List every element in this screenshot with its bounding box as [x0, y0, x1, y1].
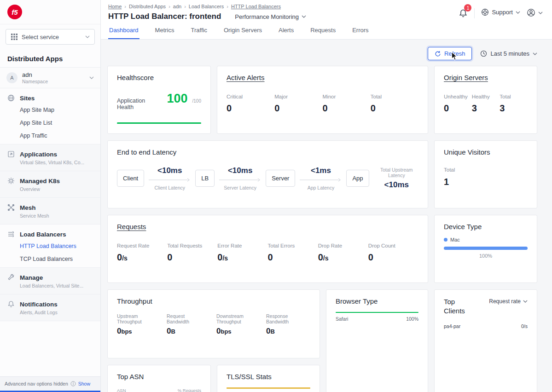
metric-upstream-throughput: Upstream Throughput 0bps [117, 313, 161, 336]
requests-title[interactable]: Requests [117, 223, 146, 231]
service-select[interactable]: Select service [6, 29, 95, 45]
monitoring-mode-select[interactable]: Performance Monitoring [235, 13, 306, 20]
metric-error-rate: Error Rate 0/s [217, 243, 267, 263]
top-clients-title: Top Clients [444, 297, 472, 316]
sidebar-item-http-load-balancers[interactable]: HTTP Load Balancers [0, 240, 100, 253]
managed-k8s-icon [7, 177, 15, 184]
sidebar-item-tcp-load-balancers[interactable]: TCP Load Balancers [0, 253, 100, 265]
throughput-metrics: Upstream Throughput 0bps Request Bandwid… [117, 313, 310, 336]
top-asn-card: Top ASN ASN % Requests [107, 365, 211, 392]
healthscore-bar [117, 122, 201, 124]
namespace-type: Namespace [22, 79, 48, 84]
tab-requests[interactable]: Requests [309, 21, 337, 39]
time-range-select[interactable]: Last 5 minutes [480, 50, 537, 57]
tab-origin-servers[interactable]: Origin Servers [223, 21, 263, 39]
tls-ssl-stats-card: TLS/SSL Stats [217, 365, 320, 392]
metric-total-errors: Total Errors 0 [268, 243, 318, 263]
support-label: Support [492, 9, 513, 16]
unique-visitors-value: 1 [444, 177, 528, 187]
sidebar-item-app-traffic[interactable]: App Traffic [0, 129, 100, 142]
metric-drop-count: Drop Count 0 [368, 243, 418, 263]
nav-group-sites: Sites App Site Map App Site List App Tra… [0, 88, 100, 144]
sidebar-item-sites[interactable]: Sites [0, 90, 100, 104]
sidebar-item-label: Mesh [20, 204, 36, 211]
applications-icon [7, 150, 15, 158]
support-menu[interactable]: Support [481, 6, 520, 16]
nav-group-manage: Manage Load Balancers, Virtual Site... [0, 268, 100, 294]
browser-type-row: Safari 100% [336, 316, 418, 322]
active-alerts-title[interactable]: Active Alerts [227, 74, 265, 81]
breadcrumb-load-balancers[interactable]: Load Balancers [189, 4, 224, 9]
breadcrumb-home[interactable]: Home [108, 4, 122, 9]
breadcrumb: Home Distributed Apps adn Load Balancers… [108, 4, 306, 9]
breadcrumb-distributed-apps[interactable]: Distributed Apps [129, 4, 166, 9]
f5-logo-text: f5 [12, 8, 17, 16]
top-asn-col2: % Requests [178, 388, 201, 392]
origin-servers-metrics: Unhealthy 0 Healthy 3 Total 3 [444, 94, 528, 114]
sidebar-item-subtitle: Overview [0, 186, 100, 196]
chevron-down-icon [516, 11, 520, 14]
f5-logo[interactable]: f5 [7, 5, 22, 19]
sidebar-item-notifications[interactable]: Notifications [0, 296, 100, 310]
main-area: Home Distributed Apps adn Load Balancers… [101, 0, 552, 392]
tab-metrics[interactable]: Metrics [154, 21, 175, 39]
metric-unhealthy: Unhealthy 0 [444, 94, 472, 114]
chevron-down-icon [523, 300, 528, 303]
sidebar-item-load-balancers[interactable]: Load Balancers [0, 226, 100, 240]
notifications-bell-icon [7, 300, 15, 308]
breadcrumb-http-load-balancers[interactable]: HTTP Load Balancers [231, 4, 281, 9]
tab-alerts[interactable]: Alerts [278, 21, 295, 39]
healthscore-label: Application Health [117, 98, 162, 110]
healthscore-title: Healthscore [117, 74, 201, 81]
top-clients-sort-select[interactable]: Request rate [489, 297, 528, 305]
latency-card: End to end Latency Client <10ms Client L… [107, 140, 428, 208]
show-advanced-nav-link[interactable]: Show [78, 381, 90, 386]
cards-row-3: Requests Request Rate 0/s Total Requests… [107, 215, 537, 283]
healthscore-metric: Application Health 100 /100 [117, 92, 201, 110]
refresh-button[interactable]: Refresh [428, 47, 472, 60]
account-menu[interactable] [527, 6, 543, 17]
refresh-icon [435, 51, 441, 57]
browser-type-title: Browser Type [336, 297, 418, 305]
namespace-name: adn [22, 71, 48, 78]
sidebar-item-manage[interactable]: Manage [0, 270, 100, 283]
latency-flow: Client <10ms Client Latency LB <10ms Ser… [117, 166, 418, 190]
info-icon[interactable] [70, 381, 76, 386]
metric-request-bandwidth: Request Bandwidth 0B [167, 313, 211, 336]
device-type-legend: Mac [444, 237, 528, 242]
cards-row-5: Top ASN ASN % Requests TLS/SSL Stats [107, 365, 320, 392]
tab-bar: Dashboard Metrics Traffic Origin Servers… [101, 21, 552, 40]
support-icon [481, 8, 489, 16]
tls-bar [227, 387, 310, 389]
chevron-down-icon [302, 15, 306, 18]
namespace-selector[interactable]: A adn Namespace [0, 67, 100, 88]
manage-icon [7, 274, 15, 281]
arrow-right-icon [148, 178, 192, 182]
service-select-value: Select service [22, 34, 59, 40]
sidebar-item-label: Sites [20, 95, 35, 102]
healthscore-max: /100 [192, 98, 201, 104]
device-type-card: Device Type Mac 100% [434, 215, 537, 283]
tab-traffic[interactable]: Traffic [190, 21, 208, 39]
sidebar-item-managed-k8s[interactable]: Managed K8s [0, 173, 100, 186]
browser-value: 100% [406, 316, 418, 322]
sidebar-item-applications[interactable]: Applications [0, 146, 100, 160]
cards-row-1: Healthscore Application Health 100 /100 … [107, 66, 537, 134]
sidebar-item-mesh[interactable]: Mesh [0, 200, 100, 213]
latency-node-app: App [346, 170, 369, 187]
top-asn-col1: ASN [117, 388, 126, 392]
origin-servers-title[interactable]: Origin Servers [444, 74, 488, 81]
breadcrumb-adn[interactable]: adn [173, 4, 181, 9]
tab-dashboard[interactable]: Dashboard [108, 21, 139, 39]
sidebar-item-app-site-map[interactable]: App Site Map [0, 104, 100, 116]
latency-hop-app: <1ms App Latency [299, 166, 343, 190]
notification-badge: 1 [464, 4, 471, 12]
healthscore-value: 100 [167, 92, 187, 106]
throughput-title: Throughput [117, 297, 310, 305]
notifications-button[interactable]: 1 [459, 6, 468, 20]
logo-row: f5 [0, 0, 100, 24]
metric-request-rate: Request Rate 0/s [117, 243, 167, 263]
sidebar-item-app-site-list[interactable]: App Site List [0, 116, 100, 129]
load-balancers-icon [7, 231, 15, 238]
tab-errors[interactable]: Errors [351, 21, 369, 39]
